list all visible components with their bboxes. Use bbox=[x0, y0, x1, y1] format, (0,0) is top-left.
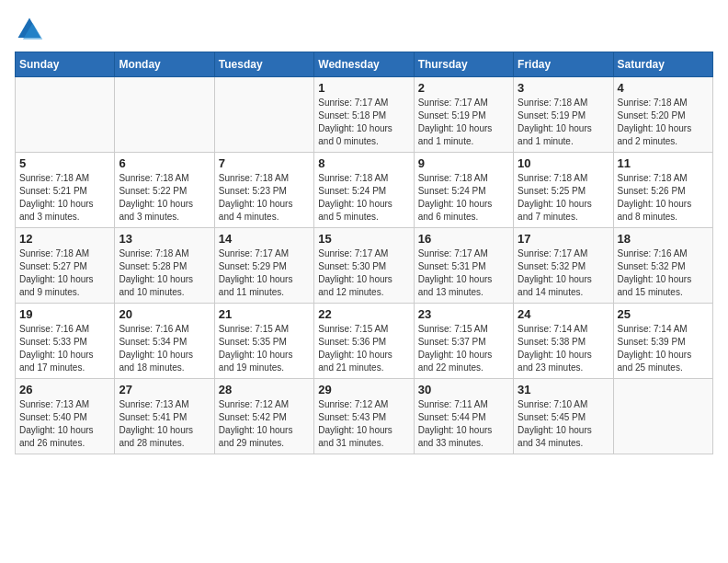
weekday-header: Monday bbox=[115, 52, 214, 77]
day-info: Sunrise: 7:15 AM Sunset: 5:36 PM Dayligh… bbox=[318, 323, 409, 374]
day-number: 24 bbox=[518, 307, 609, 321]
day-info: Sunrise: 7:17 AM Sunset: 5:31 PM Dayligh… bbox=[418, 247, 509, 299]
day-number: 28 bbox=[219, 383, 310, 396]
day-number: 10 bbox=[518, 156, 609, 170]
day-number: 29 bbox=[318, 383, 409, 396]
day-number: 1 bbox=[318, 81, 409, 95]
calendar-day-cell: 25Sunrise: 7:14 AM Sunset: 5:39 PM Dayli… bbox=[613, 304, 712, 379]
day-info: Sunrise: 7:18 AM Sunset: 5:25 PM Dayligh… bbox=[518, 172, 609, 224]
day-number: 9 bbox=[418, 156, 509, 170]
day-info: Sunrise: 7:12 AM Sunset: 5:42 PM Dayligh… bbox=[219, 398, 310, 450]
calendar-day-cell: 22Sunrise: 7:15 AM Sunset: 5:36 PM Dayli… bbox=[314, 304, 414, 379]
day-info: Sunrise: 7:18 AM Sunset: 5:28 PM Dayligh… bbox=[119, 247, 210, 299]
weekday-header: Wednesday bbox=[314, 52, 414, 77]
calendar-day-cell: 11Sunrise: 7:18 AM Sunset: 5:26 PM Dayli… bbox=[613, 153, 712, 228]
calendar-day-cell: 18Sunrise: 7:16 AM Sunset: 5:32 PM Dayli… bbox=[613, 228, 712, 304]
calendar-day-cell: 6Sunrise: 7:18 AM Sunset: 5:22 PM Daylig… bbox=[115, 153, 214, 228]
day-info: Sunrise: 7:18 AM Sunset: 5:21 PM Dayligh… bbox=[19, 172, 110, 224]
weekday-header: Sunday bbox=[16, 52, 115, 77]
logo-icon bbox=[15, 15, 44, 44]
calendar-day-cell: 10Sunrise: 7:18 AM Sunset: 5:25 PM Dayli… bbox=[514, 153, 613, 228]
calendar-week-row: 26Sunrise: 7:13 AM Sunset: 5:40 PM Dayli… bbox=[16, 379, 713, 454]
page-header bbox=[15, 15, 713, 44]
day-info: Sunrise: 7:11 AM Sunset: 5:44 PM Dayligh… bbox=[418, 398, 509, 450]
calendar-day-cell bbox=[214, 77, 313, 153]
calendar-day-cell: 15Sunrise: 7:17 AM Sunset: 5:30 PM Dayli… bbox=[314, 228, 414, 304]
calendar-day-cell: 19Sunrise: 7:16 AM Sunset: 5:33 PM Dayli… bbox=[16, 304, 115, 379]
day-number: 26 bbox=[19, 383, 110, 396]
logo bbox=[15, 15, 48, 44]
day-number: 3 bbox=[518, 81, 609, 95]
calendar-day-cell: 17Sunrise: 7:17 AM Sunset: 5:32 PM Dayli… bbox=[514, 228, 613, 304]
calendar-day-cell: 12Sunrise: 7:18 AM Sunset: 5:27 PM Dayli… bbox=[16, 228, 115, 304]
day-info: Sunrise: 7:10 AM Sunset: 5:45 PM Dayligh… bbox=[518, 398, 609, 450]
calendar-day-cell: 21Sunrise: 7:15 AM Sunset: 5:35 PM Dayli… bbox=[214, 304, 313, 379]
day-info: Sunrise: 7:15 AM Sunset: 5:35 PM Dayligh… bbox=[219, 323, 310, 374]
calendar-day-cell: 31Sunrise: 7:10 AM Sunset: 5:45 PM Dayli… bbox=[514, 379, 613, 454]
day-info: Sunrise: 7:15 AM Sunset: 5:37 PM Dayligh… bbox=[418, 323, 509, 374]
weekday-header: Saturday bbox=[613, 52, 712, 77]
day-info: Sunrise: 7:17 AM Sunset: 5:32 PM Dayligh… bbox=[518, 247, 609, 299]
day-number: 12 bbox=[19, 232, 110, 246]
day-info: Sunrise: 7:16 AM Sunset: 5:34 PM Dayligh… bbox=[119, 323, 210, 374]
day-number: 11 bbox=[618, 156, 709, 170]
day-number: 25 bbox=[618, 307, 709, 321]
day-info: Sunrise: 7:18 AM Sunset: 5:27 PM Dayligh… bbox=[19, 247, 110, 299]
calendar-day-cell: 13Sunrise: 7:18 AM Sunset: 5:28 PM Dayli… bbox=[115, 228, 214, 304]
day-info: Sunrise: 7:18 AM Sunset: 5:20 PM Dayligh… bbox=[618, 97, 709, 148]
calendar-day-cell: 3Sunrise: 7:18 AM Sunset: 5:19 PM Daylig… bbox=[514, 77, 613, 153]
weekday-header: Tuesday bbox=[214, 52, 313, 77]
day-number: 18 bbox=[618, 232, 709, 246]
calendar-table: SundayMondayTuesdayWednesdayThursdayFrid… bbox=[15, 52, 713, 454]
day-number: 22 bbox=[318, 307, 409, 321]
day-info: Sunrise: 7:16 AM Sunset: 5:32 PM Dayligh… bbox=[618, 247, 709, 299]
calendar-day-cell: 27Sunrise: 7:13 AM Sunset: 5:41 PM Dayli… bbox=[115, 379, 214, 454]
calendar-day-cell: 4Sunrise: 7:18 AM Sunset: 5:20 PM Daylig… bbox=[613, 77, 712, 153]
day-info: Sunrise: 7:18 AM Sunset: 5:23 PM Dayligh… bbox=[219, 172, 310, 224]
day-info: Sunrise: 7:12 AM Sunset: 5:43 PM Dayligh… bbox=[318, 398, 409, 450]
weekday-header: Friday bbox=[514, 52, 613, 77]
day-info: Sunrise: 7:17 AM Sunset: 5:30 PM Dayligh… bbox=[318, 247, 409, 299]
day-info: Sunrise: 7:18 AM Sunset: 5:26 PM Dayligh… bbox=[618, 172, 709, 224]
day-number: 13 bbox=[119, 232, 210, 246]
calendar-day-cell: 23Sunrise: 7:15 AM Sunset: 5:37 PM Dayli… bbox=[414, 304, 513, 379]
day-info: Sunrise: 7:14 AM Sunset: 5:39 PM Dayligh… bbox=[618, 323, 709, 374]
day-number: 5 bbox=[19, 156, 110, 170]
calendar-day-cell: 24Sunrise: 7:14 AM Sunset: 5:38 PM Dayli… bbox=[514, 304, 613, 379]
day-number: 27 bbox=[119, 383, 210, 396]
calendar-day-cell: 9Sunrise: 7:18 AM Sunset: 5:24 PM Daylig… bbox=[414, 153, 513, 228]
calendar-week-row: 19Sunrise: 7:16 AM Sunset: 5:33 PM Dayli… bbox=[16, 304, 713, 379]
day-number: 19 bbox=[19, 307, 110, 321]
day-info: Sunrise: 7:14 AM Sunset: 5:38 PM Dayligh… bbox=[518, 323, 609, 374]
day-number: 6 bbox=[119, 156, 210, 170]
day-number: 15 bbox=[318, 232, 409, 246]
calendar-week-row: 12Sunrise: 7:18 AM Sunset: 5:27 PM Dayli… bbox=[16, 228, 713, 304]
day-number: 8 bbox=[318, 156, 409, 170]
day-number: 20 bbox=[119, 307, 210, 321]
calendar-day-cell: 20Sunrise: 7:16 AM Sunset: 5:34 PM Dayli… bbox=[115, 304, 214, 379]
day-info: Sunrise: 7:16 AM Sunset: 5:33 PM Dayligh… bbox=[19, 323, 110, 374]
day-info: Sunrise: 7:18 AM Sunset: 5:24 PM Dayligh… bbox=[418, 172, 509, 224]
day-info: Sunrise: 7:17 AM Sunset: 5:29 PM Dayligh… bbox=[219, 247, 310, 299]
day-info: Sunrise: 7:18 AM Sunset: 5:24 PM Dayligh… bbox=[318, 172, 409, 224]
day-number: 17 bbox=[518, 232, 609, 246]
day-number: 31 bbox=[518, 383, 609, 396]
calendar-day-cell: 16Sunrise: 7:17 AM Sunset: 5:31 PM Dayli… bbox=[414, 228, 513, 304]
day-info: Sunrise: 7:13 AM Sunset: 5:41 PM Dayligh… bbox=[119, 398, 210, 450]
calendar-day-cell: 29Sunrise: 7:12 AM Sunset: 5:43 PM Dayli… bbox=[314, 379, 414, 454]
day-number: 14 bbox=[219, 232, 310, 246]
day-info: Sunrise: 7:13 AM Sunset: 5:40 PM Dayligh… bbox=[19, 398, 110, 450]
day-info: Sunrise: 7:17 AM Sunset: 5:18 PM Dayligh… bbox=[318, 97, 409, 148]
calendar-day-cell: 26Sunrise: 7:13 AM Sunset: 5:40 PM Dayli… bbox=[16, 379, 115, 454]
weekday-header-row: SundayMondayTuesdayWednesdayThursdayFrid… bbox=[16, 52, 713, 77]
day-number: 4 bbox=[618, 81, 709, 95]
day-info: Sunrise: 7:18 AM Sunset: 5:19 PM Dayligh… bbox=[518, 97, 609, 148]
day-number: 30 bbox=[418, 383, 509, 396]
calendar-week-row: 5Sunrise: 7:18 AM Sunset: 5:21 PM Daylig… bbox=[16, 153, 713, 228]
day-number: 2 bbox=[418, 81, 509, 95]
day-number: 23 bbox=[418, 307, 509, 321]
calendar-day-cell: 7Sunrise: 7:18 AM Sunset: 5:23 PM Daylig… bbox=[214, 153, 313, 228]
calendar-day-cell bbox=[16, 77, 115, 153]
weekday-header: Thursday bbox=[414, 52, 513, 77]
calendar-day-cell: 8Sunrise: 7:18 AM Sunset: 5:24 PM Daylig… bbox=[314, 153, 414, 228]
